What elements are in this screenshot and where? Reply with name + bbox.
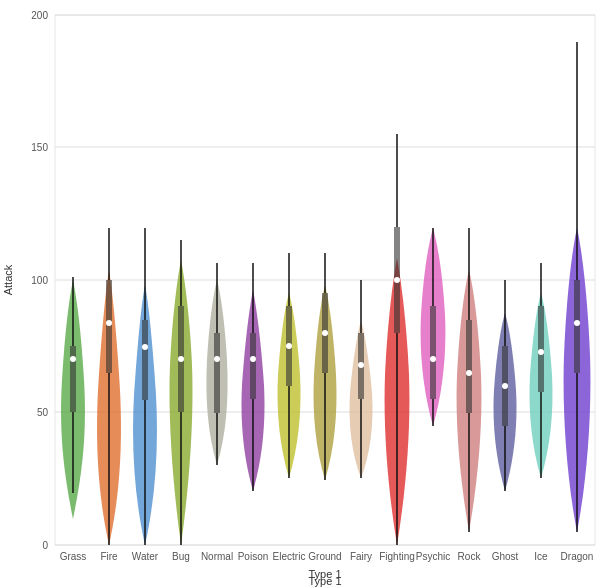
svg-point-53	[538, 349, 544, 355]
svg-point-9	[142, 344, 148, 350]
x-label-bug: Bug	[172, 551, 190, 562]
svg-point-17	[214, 356, 220, 362]
svg-rect-16	[214, 333, 220, 413]
chart-container: 0 50 100 150 200 Attack Type 1	[0, 0, 609, 587]
x-label-dragon: Dragon	[561, 551, 594, 562]
x-axis-type-label: Type 1	[308, 568, 341, 580]
x-label-ghost: Ghost	[492, 551, 519, 562]
x-label-normal: Normal	[201, 551, 233, 562]
x-label-poison: Poison	[238, 551, 269, 562]
x-label-ice: Ice	[534, 551, 548, 562]
x-label-fire: Fire	[100, 551, 118, 562]
x-label-fairy: Fairy	[350, 551, 372, 562]
x-label-water: Water	[132, 551, 159, 562]
svg-rect-8	[142, 320, 148, 400]
svg-rect-44	[466, 320, 472, 413]
x-label-psychic: Psychic	[416, 551, 450, 562]
svg-point-25	[286, 343, 292, 349]
svg-rect-20	[250, 333, 256, 399]
svg-point-45	[466, 370, 472, 376]
svg-rect-56	[574, 280, 580, 373]
x-label-fighting: Fighting	[379, 551, 415, 562]
y-tick-150: 150	[31, 142, 48, 153]
x-label-electric: Electric	[273, 551, 306, 562]
y-axis-label: Attack	[2, 264, 14, 295]
x-label-ground: Ground	[308, 551, 341, 562]
svg-point-21	[250, 356, 256, 362]
svg-point-13	[178, 356, 184, 362]
x-label-grass: Grass	[60, 551, 87, 562]
y-tick-200: 200	[31, 10, 48, 21]
svg-point-1	[70, 356, 76, 362]
svg-point-33	[358, 362, 364, 368]
svg-point-37	[394, 277, 400, 283]
y-tick-0: 0	[42, 540, 48, 551]
svg-point-49	[502, 383, 508, 389]
svg-rect-0	[70, 346, 76, 412]
svg-rect-40	[430, 306, 436, 399]
y-tick-50: 50	[37, 407, 49, 418]
x-label-rock: Rock	[458, 551, 482, 562]
y-tick-100: 100	[31, 275, 48, 286]
svg-point-29	[322, 330, 328, 336]
svg-rect-4	[106, 280, 112, 373]
svg-point-5	[106, 320, 112, 326]
svg-point-41	[430, 356, 436, 362]
svg-point-57	[574, 320, 580, 326]
